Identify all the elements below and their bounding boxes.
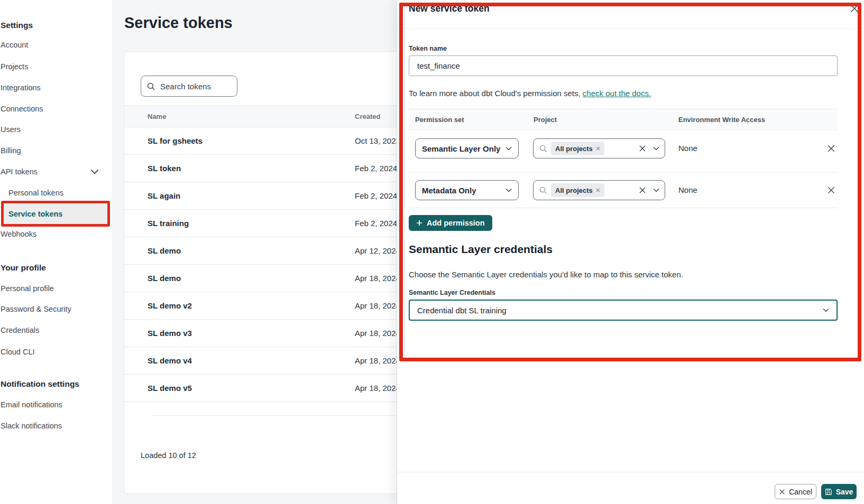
project-chip[interactable]: All projects: [551, 183, 604, 197]
permissions-table-header: Permission set Project Environment Write…: [409, 109, 838, 130]
column-header-environment-write-access: Environment Write Access: [678, 109, 765, 130]
clear-selection-icon[interactable]: [639, 145, 646, 152]
drawer-footer-divider: [397, 472, 864, 472]
token-created: Apr 18, 2024,: [355, 292, 402, 320]
new-service-token-drawer: New service token Token name To learn mo…: [397, 0, 864, 504]
search-icon: [539, 186, 547, 194]
search-icon: [146, 82, 155, 91]
sidebar-item-connections[interactable]: Connections: [1, 104, 43, 114]
token-name-label: Token name: [409, 45, 447, 52]
add-permission-button[interactable]: Add permission: [409, 215, 492, 231]
close-icon: [779, 489, 785, 495]
plus-icon: [416, 220, 422, 226]
token-created: Apr 18, 2024,: [355, 265, 402, 292]
sidebar-item-service-tokens[interactable]: Service tokens: [8, 209, 62, 219]
remove-permission-button[interactable]: [827, 144, 835, 153]
permission-set-value: Semantic Layer Only: [422, 144, 505, 153]
cancel-button[interactable]: Cancel: [775, 484, 816, 499]
sidebar-item-api-tokens[interactable]: API tokens: [1, 166, 38, 177]
sidebar-item-users[interactable]: Users: [1, 124, 21, 135]
save-label: Save: [836, 488, 853, 496]
close-icon[interactable]: [850, 4, 859, 13]
drawer-title: New service token: [409, 3, 490, 14]
cancel-label: Cancel: [789, 488, 812, 496]
semantic-layer-credentials-value: Credential dbt SL training: [417, 306, 823, 315]
sidebar-item-personal-tokens[interactable]: Personal tokens: [8, 188, 63, 198]
sidebar-item-email-notifications[interactable]: Email notifications: [1, 399, 62, 410]
permission-set-select[interactable]: Semantic Layer Only: [415, 138, 519, 158]
sidebar-item-password-security[interactable]: Password & Security: [1, 304, 71, 314]
sidebar-heading-notification-settings: Notification settings: [1, 379, 79, 389]
sidebar-item-credentials[interactable]: Credentials: [1, 325, 39, 335]
sidebar-item-webhooks[interactable]: Webhooks: [1, 229, 36, 239]
column-header-project: Project: [534, 109, 557, 130]
token-created: Apr 12, 2024,: [355, 237, 402, 265]
save-button[interactable]: Save: [821, 484, 857, 499]
sidebar-item-billing[interactable]: Billing: [1, 145, 21, 156]
semantic-layer-credentials-select[interactable]: Credential dbt SL training: [409, 300, 838, 321]
permission-row-divider: [409, 208, 838, 208]
chevron-down-icon: [653, 146, 659, 151]
project-multiselect[interactable]: All projects: [533, 180, 665, 200]
loaded-count-text: Loaded 10 of 12: [141, 451, 196, 460]
column-header-name: Name: [148, 106, 166, 128]
sidebar-item-personal-profile[interactable]: Personal profile: [1, 283, 54, 294]
search-tokens-box: [141, 76, 237, 97]
page-title: Service tokens: [124, 14, 233, 32]
chip-remove-icon[interactable]: [596, 188, 600, 192]
semantic-layer-credentials-label: Semantic Layer Credentials: [409, 289, 495, 296]
chevron-down-icon: [505, 188, 512, 192]
token-name: SL demo v5: [148, 375, 192, 402]
token-name: SL demo: [148, 237, 181, 265]
chip-remove-icon[interactable]: [596, 146, 600, 151]
environment-write-access-value: None: [678, 180, 697, 200]
token-created: Apr 18, 2024,: [355, 347, 402, 375]
sidebar-heading-settings: Settings: [1, 20, 33, 31]
sidebar-item-slack-notifications[interactable]: Slack notifications: [1, 421, 62, 431]
clear-selection-icon[interactable]: [639, 186, 646, 194]
app-screen: Settings Account Projects Integrations C…: [0, 0, 864, 504]
token-name: SL demo v3: [148, 320, 192, 347]
semantic-layer-credentials-heading: Semantic Layer credentials: [409, 243, 553, 256]
sidebar-heading-your-profile: Your profile: [1, 263, 46, 273]
column-header-created: Created: [355, 106, 380, 128]
settings-sidebar: Settings Account Projects Integrations C…: [0, 0, 112, 504]
semantic-layer-credentials-description: Choose the Semantic Layer credentials yo…: [409, 270, 683, 279]
project-chip-label: All projects: [555, 145, 593, 153]
column-header-permission-set: Permission set: [415, 109, 464, 130]
permission-row-divider: [409, 172, 838, 173]
sidebar-item-account[interactable]: Account: [1, 40, 28, 50]
chevron-down-icon: [90, 167, 99, 176]
docs-link[interactable]: check out the docs.: [583, 89, 651, 98]
chevron-down-icon: [823, 308, 829, 312]
token-name: SL demo v4: [148, 347, 192, 375]
search-icon: [539, 144, 547, 153]
permission-set-select[interactable]: Metadata Only: [415, 180, 519, 200]
token-created: Oct 13, 2023,: [355, 127, 402, 155]
drawer-header-divider: [397, 28, 864, 29]
token-created: Apr 18, 2024,: [355, 375, 402, 402]
search-tokens-input[interactable]: [160, 82, 232, 91]
sidebar-item-cloud-cli[interactable]: Cloud CLI: [1, 347, 34, 357]
token-name-input[interactable]: [409, 55, 838, 76]
project-multiselect[interactable]: All projects: [533, 138, 665, 158]
token-name: SL training: [148, 210, 189, 237]
token-name: SL token: [148, 155, 181, 182]
chevron-down-icon: [653, 188, 659, 192]
permission-set-value: Metadata Only: [422, 186, 505, 195]
remove-permission-button[interactable]: [827, 186, 835, 194]
token-created: Apr 18, 2024,: [355, 320, 402, 347]
token-name: SL demo v2: [148, 292, 192, 320]
chevron-down-icon: [505, 146, 512, 151]
docs-helper-text: To learn more about dbt Cloud's permissi…: [409, 89, 651, 98]
sidebar-item-integrations[interactable]: Integrations: [1, 82, 41, 93]
project-chip[interactable]: All projects: [551, 142, 604, 155]
token-name: SL demo: [148, 265, 181, 292]
docs-prefix-text: To learn more about dbt Cloud's permissi…: [409, 89, 583, 98]
save-icon: [825, 488, 832, 496]
sidebar-item-projects[interactable]: Projects: [1, 61, 28, 72]
project-chip-label: All projects: [555, 186, 593, 194]
token-name: SL for gsheets: [148, 127, 203, 155]
token-name: SL again: [148, 182, 180, 210]
environment-write-access-value: None: [678, 138, 697, 158]
